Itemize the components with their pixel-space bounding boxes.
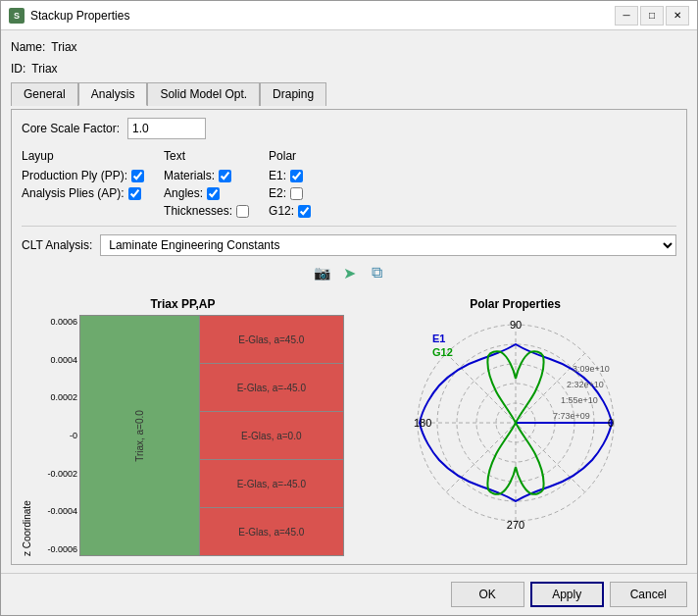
svg-text:3:09e+10: 3:09e+10 bbox=[573, 364, 610, 374]
red-segment-3: E-Glas, a=-45.0 bbox=[200, 460, 343, 508]
angles-checkbox[interactable] bbox=[207, 187, 220, 200]
left-chart: Triax PP,AP z Coordinate 0.0006 0.0004 0… bbox=[22, 297, 344, 556]
left-chart-body: z Coordinate 0.0006 0.0004 0.0002 -0 -0.… bbox=[22, 315, 344, 556]
tab-draping[interactable]: Draping bbox=[260, 82, 326, 106]
tab-bar: General Analysis Solid Model Opt. Drapin… bbox=[11, 81, 687, 105]
divider bbox=[22, 226, 676, 227]
red-segment-1: E-Glas, a=-45.0 bbox=[200, 364, 343, 412]
materials-label: Materials: bbox=[164, 169, 215, 182]
e2-label: E2: bbox=[269, 186, 286, 200]
chart-toolbar: 📷 ➤ ⧉ bbox=[22, 262, 676, 283]
footer: OK Apply Cancel bbox=[1, 573, 697, 615]
app-icon: S bbox=[9, 8, 25, 24]
svg-text:270: 270 bbox=[506, 519, 524, 531]
svg-text:E1: E1 bbox=[432, 333, 445, 344]
svg-text:0: 0 bbox=[607, 417, 613, 429]
production-ply-label: Production Ply (PP): bbox=[22, 169, 127, 182]
e1-checkbox[interactable] bbox=[290, 170, 303, 182]
thicknesses-row: Thicknesses: bbox=[164, 204, 249, 218]
right-chart: Polar Properties bbox=[354, 297, 676, 556]
grid-button[interactable]: ⧉ bbox=[366, 262, 387, 283]
title-bar: S Stackup Properties ─ □ ✕ bbox=[1, 1, 697, 30]
cancel-button[interactable]: Cancel bbox=[610, 582, 687, 607]
analysis-plies-checkbox[interactable] bbox=[128, 187, 141, 200]
apply-button[interactable]: Apply bbox=[530, 582, 604, 607]
green-bar: Triax, a=0.0 bbox=[80, 316, 199, 555]
maximize-button[interactable]: □ bbox=[640, 6, 664, 26]
svg-text:1:55e+10: 1:55e+10 bbox=[561, 395, 598, 405]
ok-button[interactable]: OK bbox=[451, 582, 524, 607]
title-bar-left: S Stackup Properties bbox=[9, 8, 129, 24]
analysis-plies-label: Analysis Plies (AP): bbox=[22, 186, 125, 200]
tab-general[interactable]: General bbox=[11, 82, 78, 106]
id-row: ID: Triax bbox=[11, 60, 687, 77]
tick-4: -0 bbox=[36, 431, 77, 440]
chart-with-ticks: 0.0006 0.0004 0.0002 -0 -0.0002 -0.0004 … bbox=[34, 315, 344, 556]
name-label: Name: bbox=[11, 40, 45, 54]
analysis-plies-row: Analysis Plies (AP): bbox=[22, 186, 144, 200]
thicknesses-label: Thicknesses: bbox=[164, 204, 232, 218]
options-section: Layup Production Ply (PP): Analysis Plie… bbox=[22, 149, 676, 218]
title-controls: ─ □ ✕ bbox=[615, 6, 689, 26]
e1-row: E1: bbox=[269, 169, 311, 182]
tick-3: 0.0002 bbox=[36, 392, 77, 402]
main-window: S Stackup Properties ─ □ ✕ Name: Triax I… bbox=[0, 0, 698, 616]
clt-row: CLT Analysis: Laminate Engineering Const… bbox=[22, 234, 676, 256]
window-title: Stackup Properties bbox=[30, 9, 129, 23]
tick-1: 0.0006 bbox=[36, 317, 77, 327]
svg-text:2:32e+10: 2:32e+10 bbox=[567, 380, 604, 389]
thicknesses-checkbox[interactable] bbox=[236, 205, 249, 218]
production-ply-checkbox[interactable] bbox=[131, 170, 144, 182]
red-segment-4: E-Glas, a=45.0 bbox=[200, 508, 343, 555]
bar-chart: Triax, a=0.0 E-Glas, a=45.0 E-Glas, a=-4… bbox=[79, 315, 344, 556]
charts-area: Triax PP,AP z Coordinate 0.0006 0.0004 0… bbox=[22, 297, 676, 556]
svg-text:G12: G12 bbox=[432, 346, 453, 358]
minimize-button[interactable]: ─ bbox=[615, 6, 638, 26]
red-segment-2: E-Glas, a=0.0 bbox=[200, 412, 343, 460]
g12-checkbox[interactable] bbox=[298, 205, 311, 218]
red-segment-0: E-Glas, a=45.0 bbox=[200, 316, 343, 364]
production-ply-row: Production Ply (PP): bbox=[22, 169, 144, 182]
e2-row: E2: bbox=[269, 186, 311, 200]
tick-6: -0.0004 bbox=[36, 506, 77, 516]
angles-label: Angles: bbox=[164, 186, 203, 200]
green-bar-label: Triax, a=0.0 bbox=[134, 410, 145, 462]
tab-solid-model[interactable]: Solid Model Opt. bbox=[147, 82, 260, 106]
tab-content: Core Scale Factor: Layup Production Ply … bbox=[11, 109, 687, 565]
tab-analysis[interactable]: Analysis bbox=[78, 82, 148, 106]
right-chart-title: Polar Properties bbox=[470, 297, 561, 311]
svg-text:90: 90 bbox=[509, 319, 521, 331]
clt-select[interactable]: Laminate Engineering Constants bbox=[100, 234, 676, 256]
red-bars: E-Glas, a=45.0 E-Glas, a=-45.0 E-Glas, a… bbox=[199, 316, 343, 555]
core-scale-label: Core Scale Factor: bbox=[22, 122, 120, 135]
core-scale-row: Core Scale Factor: bbox=[22, 118, 676, 139]
layup-col: Layup Production Ply (PP): Analysis Plie… bbox=[22, 149, 144, 218]
name-row: Name: Triax bbox=[11, 38, 687, 56]
svg-text:7:73e+09: 7:73e+09 bbox=[553, 411, 590, 421]
id-value: Triax bbox=[31, 62, 57, 76]
text-col: Text Materials: Angles: Thicknesses: bbox=[164, 149, 249, 218]
tick-7: -0.0006 bbox=[36, 544, 77, 554]
arrow-button[interactable]: ➤ bbox=[338, 262, 360, 283]
tick-2: 0.0004 bbox=[36, 355, 77, 365]
polar-col: Polar E1: E2: G12: bbox=[269, 149, 311, 218]
polar-chart-container: 90 270 180 0 3:09e+10 2:32e+10 1:55e+10 … bbox=[408, 315, 623, 531]
close-button[interactable]: ✕ bbox=[666, 6, 689, 26]
e1-label: E1: bbox=[269, 169, 286, 182]
name-value: Triax bbox=[51, 40, 76, 54]
polar-svg: 90 270 180 0 3:09e+10 2:32e+10 1:55e+10 … bbox=[408, 315, 623, 531]
svg-text:180: 180 bbox=[414, 417, 431, 429]
left-chart-title: Triax PP,AP bbox=[151, 297, 216, 311]
materials-row: Materials: bbox=[164, 169, 249, 182]
core-scale-input[interactable] bbox=[127, 118, 206, 139]
e2-checkbox[interactable] bbox=[290, 187, 303, 200]
materials-checkbox[interactable] bbox=[219, 170, 231, 182]
tick-5: -0.0002 bbox=[36, 469, 77, 479]
clt-label: CLT Analysis: bbox=[22, 238, 92, 252]
y-axis-area: z Coordinate bbox=[22, 315, 32, 556]
id-label: ID: bbox=[11, 62, 25, 76]
y-tick-labels: 0.0006 0.0004 0.0002 -0 -0.0002 -0.0004 … bbox=[34, 315, 79, 556]
text-title: Text bbox=[164, 149, 249, 163]
camera-button[interactable]: 📷 bbox=[311, 262, 332, 283]
y-axis-label: z Coordinate bbox=[22, 315, 32, 556]
